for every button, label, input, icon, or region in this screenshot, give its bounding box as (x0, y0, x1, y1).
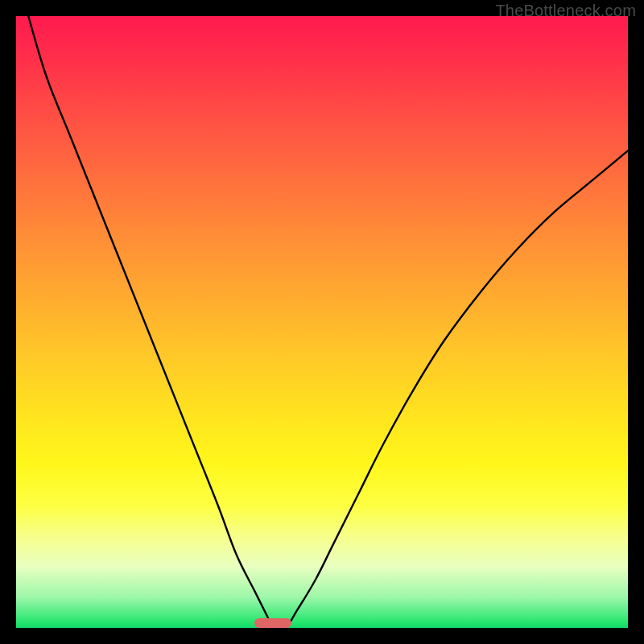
optimum-marker (254, 618, 291, 628)
watermark-text: TheBottleneck.com (495, 2, 636, 20)
curve-layer (16, 16, 628, 628)
bottleneck-curve (28, 16, 628, 628)
plot-area (16, 16, 628, 628)
chart-frame: TheBottleneck.com (0, 0, 644, 644)
